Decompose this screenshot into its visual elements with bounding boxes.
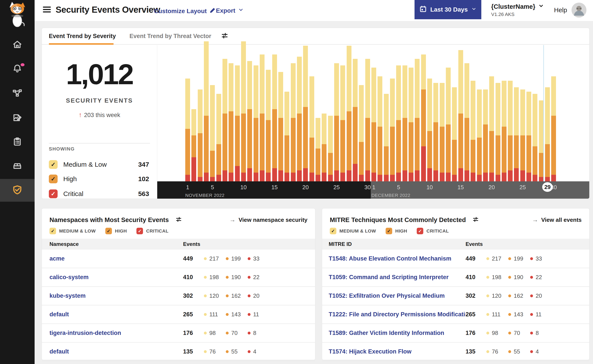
stacked-bar-day-24[interactable]	[328, 116, 333, 181]
mitre-technique-link[interactable]: T1589: Gather Victim Identity Informatio…	[329, 330, 466, 337]
filter-critical[interactable]: ✓CRITICAL	[136, 228, 168, 234]
stacked-bar-day-41[interactable]	[433, 83, 438, 181]
stacked-bar-day-28[interactable]	[353, 59, 358, 181]
sidebar-item-workloads[interactable]	[0, 155, 35, 178]
view-namespace-security-link[interactable]: → View namespace security	[229, 216, 307, 223]
stacked-bar-day-20[interactable]	[303, 46, 308, 181]
stacked-bar-day-59[interactable]	[545, 87, 550, 181]
stacked-bar-day-52[interactable]	[502, 81, 506, 181]
stacked-bar-day-42[interactable]	[440, 83, 445, 181]
tab-event-trend-by-threat-vector[interactable]: Event Trend by Threat Vector	[129, 33, 211, 39]
stacked-bar-day-6[interactable]	[216, 94, 221, 181]
stacked-bar-day-55[interactable]	[520, 90, 525, 181]
namespace-link[interactable]: kube-system	[49, 292, 183, 299]
axis-month-december[interactable]: 151015202530DECEMBER 202229	[371, 181, 589, 199]
customize-layout-button[interactable]: Customize Layout	[154, 7, 216, 15]
critical-checkbox[interactable]: ✓	[136, 228, 143, 234]
medium-checkbox[interactable]: ✓	[330, 228, 336, 234]
filter-high[interactable]: ✓HIGH	[386, 228, 407, 234]
stacked-bar-day-1[interactable]	[185, 78, 190, 181]
mitre-technique-link[interactable]: T1222: File and Directory Permissions Mo…	[329, 311, 466, 318]
stacked-bar-day-56[interactable]	[526, 92, 531, 181]
stacked-bar-day-53[interactable]	[508, 81, 513, 181]
stacked-bar-day-32[interactable]	[378, 76, 382, 181]
user-avatar[interactable]	[572, 3, 586, 18]
stacked-bar-day-33[interactable]	[384, 94, 389, 181]
stacked-bar-day-27[interactable]	[347, 46, 352, 181]
mitre-technique-link[interactable]: T1574: Hijack Execution Flow	[329, 348, 466, 355]
high-checkbox[interactable]: ✓	[105, 228, 112, 234]
filter-high[interactable]: ✓HIGH	[105, 228, 127, 234]
stacked-bar-day-16[interactable]	[278, 72, 283, 181]
tab-event-trend-by-severity[interactable]: Event Trend by Severity	[49, 33, 116, 39]
stacked-bar-day-17[interactable]	[285, 92, 289, 181]
stacked-bar-day-15[interactable]	[272, 54, 277, 181]
mitre-settings-icon[interactable]	[472, 216, 479, 224]
namespace-link[interactable]: acme	[49, 255, 183, 262]
stacked-bar-day-9[interactable]	[235, 65, 240, 181]
help-link[interactable]: Help	[554, 6, 567, 14]
stacked-bar-day-45[interactable]	[458, 50, 463, 181]
sidebar-item-network[interactable]	[0, 82, 35, 105]
stacked-bar-day-2[interactable]	[191, 109, 196, 181]
chart-settings-icon[interactable]	[221, 32, 228, 40]
mitre-technique-link[interactable]: T1059: Command and Scripting Interpreter	[329, 274, 466, 281]
menu-toggle-button[interactable]	[43, 6, 51, 13]
critical-checkbox[interactable]: ✓	[49, 189, 58, 198]
stacked-bar-day-11[interactable]	[247, 61, 252, 181]
stacked-bar-day-8[interactable]	[229, 63, 233, 181]
stacked-bar-day-54[interactable]	[514, 87, 519, 181]
namespaces-settings-icon[interactable]	[175, 216, 182, 224]
mitre-technique-link[interactable]: T1052: Exfiltration Over Physical Medium	[329, 292, 466, 299]
stacked-bar-day-3[interactable]	[198, 90, 203, 181]
stacked-bar-day-57[interactable]	[533, 94, 537, 181]
stacked-bar-day-48[interactable]	[477, 90, 482, 181]
stacked-bar-day-25[interactable]	[334, 63, 339, 181]
sidebar-item-threat-defense[interactable]	[0, 179, 35, 202]
stacked-bar-day-14[interactable]	[266, 70, 271, 181]
stacked-bar-day-36[interactable]	[402, 65, 407, 181]
stacked-bar-day-23[interactable]	[322, 114, 326, 181]
stacked-bar-day-60[interactable]	[551, 76, 556, 181]
stacked-bar-day-26[interactable]	[340, 65, 345, 181]
sidebar-item-home[interactable]	[0, 33, 35, 56]
filter-medium[interactable]: ✓MEDIUM & LOW	[49, 228, 96, 234]
stacked-bar-day-37[interactable]	[409, 68, 413, 181]
stacked-bar-day-51[interactable]	[496, 83, 500, 181]
stacked-bar-day-7[interactable]	[222, 59, 227, 181]
stacked-bar-day-18[interactable]	[291, 63, 296, 181]
stacked-bar-day-35[interactable]	[396, 65, 401, 181]
stacked-bar-day-31[interactable]	[371, 68, 376, 181]
stacked-bar-day-29[interactable]	[359, 85, 364, 181]
stacked-bar-day-10[interactable]	[241, 41, 246, 181]
namespace-link[interactable]: tigera-intrusion-detection	[49, 330, 183, 337]
high-checkbox[interactable]: ✓	[386, 228, 392, 234]
critical-checkbox[interactable]: ✓	[417, 228, 423, 234]
medium-checkbox[interactable]: ✓	[49, 228, 56, 234]
stacked-bar-day-40[interactable]	[427, 78, 432, 181]
date-range-selector[interactable]: Last 30 Days	[414, 0, 481, 19]
stacked-bar-day-38[interactable]	[415, 59, 420, 181]
selected-day-badge[interactable]: 29	[542, 182, 553, 192]
namespace-link[interactable]: calico-system	[49, 274, 183, 281]
filter-critical[interactable]: ✓CRITICAL	[417, 228, 449, 234]
stacked-bar-day-39[interactable]	[421, 54, 426, 181]
stacked-bar-day-21[interactable]	[309, 76, 314, 181]
stacked-bar-day-43[interactable]	[446, 68, 451, 181]
high-checkbox[interactable]: ✓	[49, 175, 58, 183]
stacked-bar-day-4[interactable]	[204, 41, 209, 181]
sidebar-item-compliance[interactable]	[0, 131, 35, 154]
sidebar-item-alerts[interactable]	[0, 58, 35, 80]
cluster-selector[interactable]: {ClusterName} V1.26 AKS	[491, 3, 544, 17]
stacked-bar-day-34[interactable]	[390, 78, 395, 181]
filter-medium[interactable]: ✓MEDIUM & LOW	[330, 228, 376, 234]
stacked-bar-day-13[interactable]	[260, 54, 265, 181]
stacked-bar-day-22[interactable]	[316, 118, 320, 181]
sidebar-item-policies[interactable]	[0, 107, 35, 130]
medium-checkbox[interactable]: ✓	[49, 160, 58, 169]
axis-month-november[interactable]: 151015202530NOVEMBER 2022	[157, 181, 371, 199]
namespace-link[interactable]: default	[49, 311, 183, 318]
stacked-bar-day-58[interactable]	[539, 100, 544, 181]
stacked-bar-day-50[interactable]	[489, 76, 494, 181]
stacked-bar-day-30[interactable]	[365, 59, 370, 181]
